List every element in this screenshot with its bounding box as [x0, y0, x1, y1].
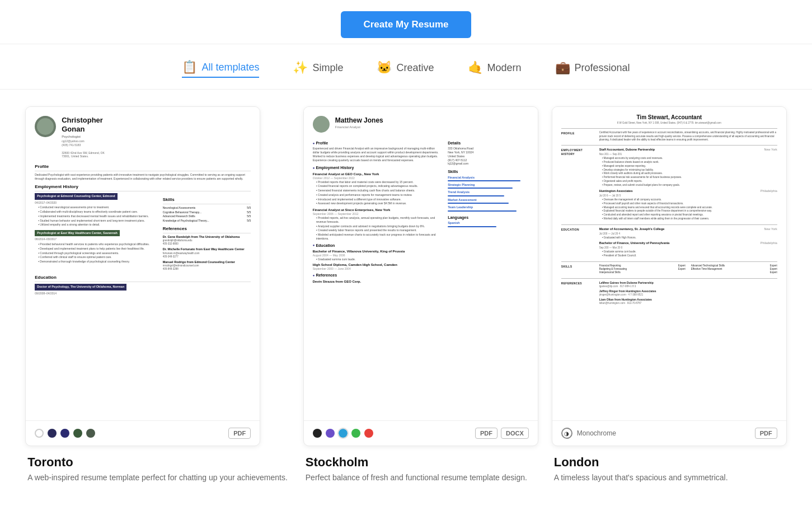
london-edu2: Bachelor of Finance, University of Penns… — [599, 241, 777, 246]
stockholm-job1-b4: • Created analysis and performance repor… — [313, 193, 442, 197]
nav-label-simple: Simple — [312, 62, 343, 74]
stockholm-skill4: Market Assessment — [448, 198, 529, 204]
stockholm-job1-b5: • Introduced and implemented a different… — [313, 198, 442, 202]
stockholm-profile-title: ● Profile — [313, 140, 442, 146]
toronto-color-3[interactable] — [60, 429, 69, 438]
stockholm-color-4[interactable] — [351, 429, 360, 438]
toronto-edu1-date: 09/2008–04/2014 — [35, 292, 251, 296]
stockholm-docx-badge[interactable]: DOCX — [501, 428, 529, 439]
toronto-card[interactable]: ChristopherGonan Psychologist cg12@yahoo… — [25, 106, 260, 446]
toronto-job2-b3: • Conducted through psychological screen… — [35, 251, 158, 255]
stockholm-color-5[interactable] — [364, 429, 373, 438]
stockholm-color-2[interactable] — [326, 429, 335, 438]
toronto-job1-b2: • Collaborated with multi-disciplinary t… — [35, 210, 158, 214]
stockholm-color-1[interactable] — [313, 429, 322, 438]
nav-label-creative: Creative — [396, 62, 434, 74]
stockholm-job2-b1: • Provided reports, ad-hoc analysis, ann… — [313, 216, 442, 224]
stockholm-job1-b2: • Created financial reports on completed… — [313, 184, 442, 188]
london-pdf-badge[interactable]: PDF — [755, 428, 777, 439]
london-skills-label: SKILLS — [561, 264, 595, 275]
templates-grid: ChristopherGonan Psychologist cg12@yahoo… — [0, 90, 812, 500]
london-format-badges: PDF — [755, 428, 777, 439]
stockholm-skill2-label: Strategic Planning — [448, 183, 529, 187]
toronto-job1-date: 04/2017–04/2020 — [35, 201, 158, 205]
london-edu2-d1: • Graduate summa cum laude. — [599, 250, 777, 254]
toronto-color-4[interactable] — [73, 429, 82, 438]
london-ref1-name: LeMme Gaines from Dubone Partnership — [599, 281, 777, 285]
stockholm-preview: Matthew Jones Financial Analyst ● Profil… — [304, 107, 538, 420]
toronto-ref3-detail: mrodrigol@edmondcounsel.com405-848-3288 — [163, 264, 251, 271]
stockholm-avatar — [313, 116, 330, 133]
toronto-job1-b4: • Studied human behavior and implemented… — [35, 219, 158, 223]
stockholm-title: Financial Analyst — [335, 125, 383, 129]
stockholm-color-3[interactable] — [339, 429, 348, 438]
london-divider-4 — [561, 261, 777, 262]
template-nav: 📋 All templates ✨ Simple 🐱 Creative 🤙 Mo… — [0, 44, 812, 90]
stockholm-color-swatches — [313, 429, 373, 438]
london-divider-5 — [561, 278, 777, 279]
london-footer: ◑ Monochrome PDF — [552, 420, 786, 446]
toronto-ref1-detail: grandolph@oklahoma.edu405-332-9800 — [163, 239, 251, 246]
london-ref2-name: Jeffrey Ringer from Huntington Associate… — [599, 289, 777, 293]
london-profile-label: PROFILE — [561, 131, 595, 142]
toronto-skill4: Knowledge of Psychological Theory...5/5 — [163, 219, 251, 223]
stockholm-job1-date: October 2012 — September 2022 — [313, 176, 442, 180]
toronto-footer: PDF — [26, 420, 260, 446]
london-job1-b4: • Develop strategies for minimizing tax … — [599, 168, 777, 172]
stockholm-job2-b3: • Created weekly labor finance reports a… — [313, 228, 442, 232]
toronto-resume: ChristopherGonan Psychologist cg12@yahoo… — [26, 107, 260, 420]
toronto-job2-b1: • Provided behavioral health services to… — [35, 242, 158, 246]
toronto-pdf-badge[interactable]: PDF — [228, 428, 251, 439]
toronto-color-1[interactable] — [35, 429, 44, 438]
london-card[interactable]: Tim Stewart, Accountant 6 W Gold Street,… — [552, 106, 787, 446]
toronto-color-swatches — [35, 429, 95, 438]
london-divider-2 — [561, 145, 777, 146]
nav-item-all[interactable]: 📋 All templates — [182, 60, 259, 78]
stockholm-footer: PDF DOCX — [304, 420, 538, 446]
london-ref1-detail: lgaines@dp.com · 617-984-1 8 3 — [599, 285, 777, 288]
template-card-stockholm: Matthew Jones Financial Analyst ● Profil… — [303, 106, 538, 484]
london-ref3-detail: loltan@huntington.com · 913-70-8787 — [599, 302, 777, 305]
stockholm-edu2-date: September 2000 — June 2004 — [313, 267, 442, 271]
simple-icon: ✨ — [293, 60, 308, 75]
toronto-name: Toronto — [27, 455, 288, 470]
london-job1-date: Nov 201 — Sep 201 — [599, 153, 777, 156]
nav-item-modern[interactable]: 🤙 Modern — [468, 60, 522, 78]
toronto-color-5[interactable] — [86, 429, 95, 438]
toronto-avatar — [35, 116, 56, 137]
toronto-job1-title: Psychologist at Edmond Counseling Center… — [35, 193, 117, 199]
nav-label-professional: Professional — [575, 62, 630, 74]
stockholm-edu1-date: August 2004 — May 2006 — [313, 254, 442, 257]
nav-item-creative[interactable]: 🐱 Creative — [377, 60, 434, 78]
toronto-ref2-detail: fortunato.m@eastwayhealth.com405-348-327… — [163, 252, 251, 259]
stockholm-skill3-bar — [448, 195, 504, 196]
london-resume: Tim Stewart, Accountant 6 W Gold Street,… — [552, 107, 786, 420]
toronto-profile-text: Dedicated Psychologist with vast experie… — [35, 173, 251, 181]
stockholm-edu1: Bachelor of Finance, Villanova Universit… — [313, 249, 442, 254]
stockholm-profile-text: Experienced and driven Financial Analyst… — [313, 147, 442, 162]
toronto-color-2[interactable] — [48, 429, 57, 438]
london-ref3-name: Liam Oltan from Huntington Associates — [599, 298, 777, 302]
stockholm-skills-title: Skills — [448, 169, 529, 174]
template-card-toronto: ChristopherGonan Psychologist cg12@yahoo… — [25, 106, 290, 484]
london-edu2-d2: • President of Student Council. — [599, 254, 777, 257]
toronto-skills-title: Skills — [163, 197, 251, 204]
stockholm-skill1-bar — [448, 180, 520, 181]
london-job2-header: Huntington Associates Philadelphia — [599, 189, 777, 194]
stockholm-pdf-badge[interactable]: PDF — [475, 428, 497, 439]
nav-item-professional[interactable]: 💼 Professional — [555, 60, 630, 78]
london-edu1: Master of Accountancy, St. Joseph's Coll… — [599, 227, 777, 232]
modern-icon: 🤙 — [468, 60, 483, 75]
london-edu1-date: Jul 200 — Jul 20 4 — [599, 232, 777, 236]
stockholm-person-name: Matthew Jones — [335, 116, 383, 125]
london-divider-3 — [561, 224, 777, 225]
stockholm-card[interactable]: Matthew Jones Financial Analyst ● Profil… — [303, 106, 538, 446]
toronto-job2-date: 06/2014–03/2017 — [35, 237, 158, 241]
create-resume-button[interactable]: Create My Resume — [341, 11, 471, 38]
stockholm-skill5-label: Team Leadership — [448, 205, 529, 209]
stockholm-job1-b3: • Generated financial statements includi… — [313, 189, 442, 193]
toronto-person-name: ChristopherGonan — [62, 116, 105, 133]
stockholm-refs-icon: ● — [313, 273, 315, 278]
nav-item-simple[interactable]: ✨ Simple — [293, 60, 343, 78]
stockholm-refs-title: ● References — [313, 273, 442, 278]
